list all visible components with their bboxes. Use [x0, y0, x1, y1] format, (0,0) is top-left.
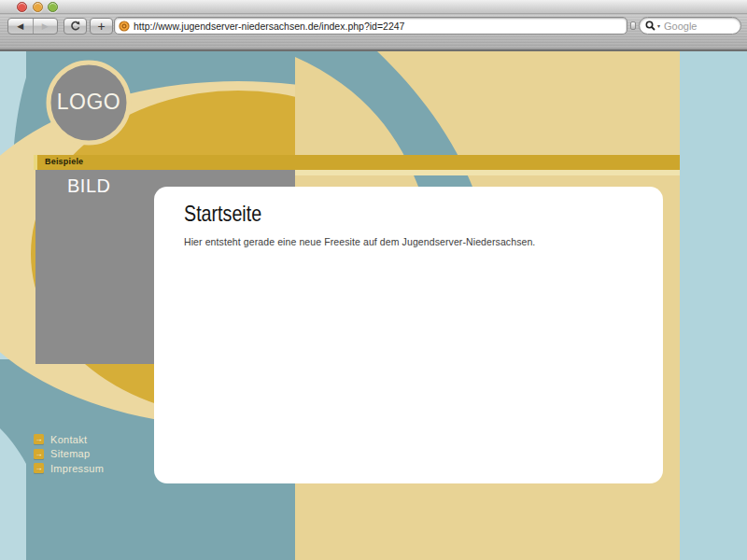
- nav-bar: [34, 155, 680, 170]
- forward-icon: ▶: [42, 21, 49, 31]
- zoom-button[interactable]: [48, 2, 58, 12]
- minimize-button[interactable]: [33, 2, 43, 12]
- footer-nav: → Kontakt → Sitemap → Impressum: [34, 434, 104, 478]
- back-icon: ◀: [17, 21, 23, 31]
- nav-bar-underline: [295, 170, 680, 175]
- section-label: Beispiele: [45, 157, 83, 166]
- page-background-art: [0, 51, 747, 560]
- image-placeholder-label: BILD: [67, 175, 110, 197]
- plus-icon: +: [97, 19, 105, 34]
- magnifier-icon: [645, 21, 655, 31]
- nav-link-label: Kontakt: [50, 434, 87, 445]
- forward-button[interactable]: ▶: [34, 19, 58, 34]
- arrow-right-icon: →: [34, 434, 44, 444]
- search-engine-caret-icon: ▾: [657, 23, 660, 29]
- title-bar[interactable]: [0, 0, 747, 14]
- toolbar-divider-handle[interactable]: [630, 21, 636, 30]
- close-button[interactable]: [17, 2, 27, 12]
- page-title: Startseite: [184, 201, 552, 227]
- url-input[interactable]: [130, 20, 623, 33]
- browser-chrome: ◀ ▶ + ▾: [0, 0, 747, 51]
- reload-icon: [70, 21, 81, 32]
- arrow-right-icon: →: [34, 463, 44, 473]
- search-input[interactable]: [662, 20, 731, 33]
- nav-link-label: Sitemap: [50, 448, 90, 459]
- add-bookmark-button[interactable]: +: [90, 18, 113, 35]
- main-content: Startseite Hier entsteht gerade eine neu…: [184, 201, 632, 247]
- nav-link-impressum[interactable]: → Impressum: [34, 463, 104, 473]
- back-button[interactable]: ◀: [8, 19, 34, 34]
- nav-link-sitemap[interactable]: → Sitemap: [34, 449, 104, 459]
- page-body-text: Hier entsteht gerade eine neue Freesite …: [184, 236, 632, 247]
- nav-link-label: Impressum: [50, 463, 104, 474]
- nav-bar-tick: [34, 155, 37, 170]
- address-bar[interactable]: [114, 17, 627, 35]
- logo-text: LOGO: [49, 90, 129, 115]
- site-favicon-icon: [119, 21, 130, 32]
- history-nav-group: ◀ ▶: [7, 18, 58, 35]
- search-bar[interactable]: ▾: [639, 17, 741, 35]
- webpage-viewport: LOGO Beispiele BILD Startseite Hier ents…: [0, 51, 747, 560]
- nav-link-kontakt[interactable]: → Kontakt: [34, 434, 104, 444]
- reload-button[interactable]: [63, 18, 87, 35]
- arrow-right-icon: →: [34, 449, 44, 459]
